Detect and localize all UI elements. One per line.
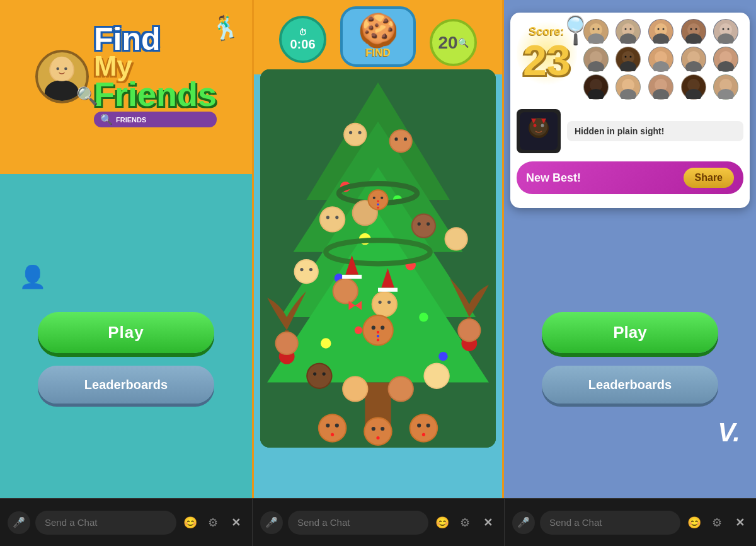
chat-input-1[interactable] — [35, 511, 176, 535]
svg-point-109 — [625, 28, 627, 30]
count-badge: 20 🔍 — [430, 19, 477, 66]
svg-point-81 — [389, 377, 413, 400]
svg-point-162 — [541, 124, 544, 127]
chat-bar-1: 🎤 😊 ⚙ ✕ — [0, 498, 252, 546]
mic-icon-2: 🎤 — [265, 516, 278, 528]
svg-point-90 — [365, 418, 391, 444]
chat-input-3[interactable] — [540, 511, 680, 535]
hidden-info-box: Hidden in plain sight! — [567, 121, 743, 141]
game-scene-svg — [260, 69, 496, 448]
emoji-button-2[interactable]: 😊 — [433, 514, 451, 531]
svg-point-4 — [56, 67, 59, 70]
close-button-2[interactable]: ✕ — [479, 514, 496, 531]
timer-badge: ⏱ 0:06 — [279, 16, 326, 63]
svg-point-95 — [411, 415, 437, 441]
emoji-button-3[interactable]: 😊 — [685, 514, 703, 531]
svg-point-75 — [307, 364, 331, 388]
svg-point-46 — [413, 215, 435, 237]
face-cell-6 — [583, 47, 609, 72]
mic-icon-1: 🎤 — [13, 516, 25, 528]
svg-point-53 — [300, 268, 303, 271]
svg-point-42 — [377, 200, 379, 202]
face-grid — [583, 19, 743, 100]
svg-point-43 — [377, 204, 379, 206]
face-cell-3 — [648, 19, 673, 44]
face-cell-2 — [616, 19, 641, 44]
svg-point-54 — [309, 268, 312, 271]
svg-point-1 — [45, 80, 79, 101]
play-button-p1[interactable]: Play — [38, 312, 214, 353]
close-button-1[interactable]: ✕ — [227, 514, 244, 531]
svg-point-58 — [373, 293, 396, 316]
face-cell-7 — [616, 47, 641, 72]
svg-point-110 — [630, 28, 632, 30]
svg-point-26 — [349, 131, 352, 134]
svg-point-70 — [277, 333, 297, 354]
chat-input-2[interactable] — [288, 511, 428, 535]
svg-point-27 — [358, 131, 361, 134]
svg-point-66 — [377, 335, 379, 337]
logo-badge: 🔍 FRIENDS — [94, 112, 217, 127]
svg-rect-99 — [342, 275, 362, 279]
logo-text: Find My Friends 🔍 FRIENDS — [94, 25, 217, 127]
bottom-avatar-p1: 👤 — [19, 264, 47, 290]
settings-button-1[interactable]: ⚙ — [204, 514, 222, 531]
svg-point-125 — [728, 28, 730, 30]
svg-point-114 — [657, 28, 659, 30]
chat-actions-3: 😊 ⚙ ✕ — [685, 514, 748, 531]
svg-point-97 — [427, 424, 430, 427]
new-best-label: New Best! — [526, 171, 581, 185]
panel-find-my-friends: 🕺 🔍 — [0, 0, 252, 498]
svg-point-47 — [418, 223, 421, 226]
svg-point-119 — [690, 28, 692, 30]
settings-button-2[interactable]: ⚙ — [456, 514, 474, 531]
svg-point-76 — [313, 373, 316, 376]
badge-text: FRIENDS — [116, 116, 146, 124]
svg-point-93 — [376, 436, 379, 439]
face-cell-14 — [681, 74, 706, 100]
timer-text: 0:06 — [290, 37, 315, 52]
settings-button-3[interactable]: ⚙ — [708, 514, 726, 531]
face-cell-5 — [713, 19, 738, 44]
svg-point-3 — [52, 56, 72, 74]
mic-button-2[interactable]: 🎤 — [260, 511, 283, 534]
svg-point-91 — [372, 427, 375, 431]
mic-icon-3: 🎤 — [517, 516, 530, 528]
svg-point-20 — [321, 338, 331, 349]
svg-point-5 — [64, 67, 67, 70]
svg-point-40 — [373, 197, 375, 199]
face-cell-8 — [648, 47, 673, 72]
scene-background — [260, 69, 496, 448]
leaderboards-button-p3[interactable]: Leaderboards — [542, 366, 718, 404]
svg-point-39 — [369, 190, 387, 209]
svg-point-56 — [334, 279, 357, 303]
gingerbread-icon: 🍪 — [358, 14, 399, 47]
svg-point-48 — [427, 223, 430, 226]
mic-button-1[interactable]: 🎤 — [8, 511, 30, 534]
face-cell-4 — [681, 19, 706, 44]
face-cell-13 — [648, 74, 673, 100]
svg-point-161 — [534, 124, 537, 127]
svg-point-115 — [662, 28, 664, 30]
svg-point-33 — [321, 207, 344, 231]
svg-point-67 — [377, 339, 379, 341]
mic-button-3[interactable]: 🎤 — [512, 511, 535, 534]
game-scene[interactable] — [260, 69, 496, 448]
svg-point-50 — [446, 228, 467, 249]
svg-point-88 — [331, 433, 334, 436]
svg-point-30 — [394, 137, 398, 141]
verizon-logo: V. — [718, 417, 740, 448]
svg-point-132 — [625, 56, 627, 58]
face-cell-12 — [616, 74, 641, 100]
badge-icon: 🔍 — [100, 113, 113, 125]
score-card: Score: 23 🔍 — [510, 13, 750, 208]
svg-point-92 — [381, 427, 384, 431]
leaderboards-button-p1[interactable]: Leaderboards — [38, 366, 214, 404]
share-button[interactable]: Share — [684, 168, 734, 188]
close-button-3[interactable]: ✕ — [731, 514, 748, 531]
score-value: 23 — [523, 38, 571, 81]
emoji-button-1[interactable]: 😊 — [181, 514, 199, 531]
svg-point-73 — [459, 320, 479, 340]
play-button-p3[interactable]: Play — [542, 312, 718, 353]
svg-point-34 — [326, 216, 329, 219]
